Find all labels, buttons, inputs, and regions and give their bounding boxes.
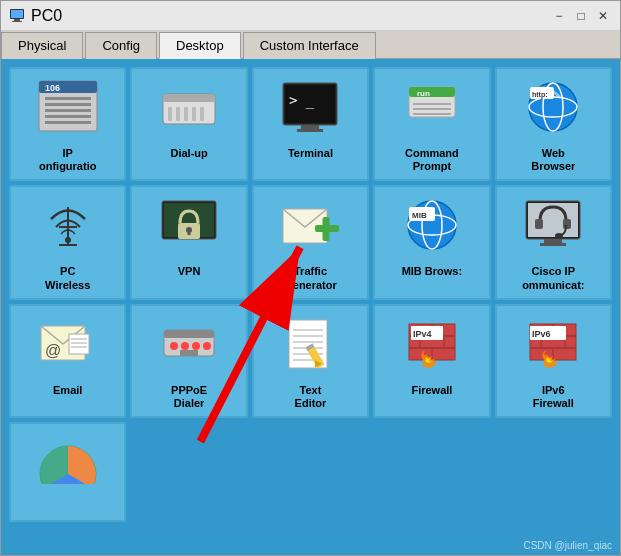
tab-desktop[interactable]: Desktop [159, 32, 241, 59]
vpn-label: VPN [178, 265, 201, 278]
icon-terminal[interactable]: > _ Terminal [252, 67, 369, 181]
pc-wireless-label: PCWireless [45, 265, 90, 291]
pppoe-icon [157, 314, 221, 378]
tab-physical[interactable]: Physical [1, 32, 83, 59]
partial1-icon [36, 432, 100, 496]
title-bar-left: PC0 [9, 7, 62, 25]
icon-dialup[interactable]: Dial-up [130, 67, 247, 181]
svg-rect-43 [188, 230, 191, 235]
svg-rect-22 [301, 125, 319, 129]
svg-rect-13 [163, 94, 215, 102]
svg-rect-57 [544, 239, 562, 243]
text-editor-icon [278, 314, 342, 378]
email-label: Email [53, 384, 82, 397]
cisco-ip-comm-label: Cisco IPommunicat: [522, 265, 584, 291]
ipv6-firewall-label: IPv6Firewall [533, 384, 574, 410]
icon-email[interactable]: @ Email [9, 304, 126, 418]
icon-cisco-ip-comm[interactable]: Cisco IPommunicat: [495, 185, 612, 299]
svg-rect-66 [164, 330, 214, 338]
icon-ip-config[interactable]: 106 IPonfiguratio [9, 67, 126, 181]
pppoe-label: PPPoEDialer [171, 384, 207, 410]
svg-rect-16 [184, 107, 188, 121]
svg-rect-71 [180, 350, 198, 356]
svg-rect-23 [297, 129, 323, 132]
icon-ipv6-firewall[interactable]: IPv6 IPv6Firewall [495, 304, 612, 418]
icon-web-browser[interactable]: http: WebBrowser [495, 67, 612, 181]
svg-rect-14 [168, 107, 172, 121]
svg-text:http:: http: [532, 91, 548, 99]
window-icon [9, 8, 25, 24]
ip-config-icon: 106 [36, 77, 100, 141]
svg-text:IPv6: IPv6 [532, 329, 551, 339]
desktop-content: 106 IPonfiguratio [1, 59, 620, 555]
command-prompt-icon: run [400, 77, 464, 141]
svg-text:106: 106 [45, 83, 60, 93]
firewall-label: Firewall [411, 384, 452, 397]
window-title: PC0 [31, 7, 62, 25]
svg-rect-55 [563, 219, 571, 229]
svg-text:run: run [417, 89, 430, 98]
minimize-button[interactable]: − [550, 7, 568, 25]
svg-rect-2 [14, 19, 20, 21]
svg-rect-9 [45, 109, 91, 112]
svg-rect-11 [45, 121, 91, 124]
icon-pppoe[interactable]: PPPoEDialer [130, 304, 247, 418]
close-button[interactable]: ✕ [594, 7, 612, 25]
icon-firewall[interactable]: IPv4 Firewall [373, 304, 490, 418]
tab-custom-interface[interactable]: Custom Interface [243, 32, 376, 59]
icon-pc-wireless[interactable]: PCWireless [9, 185, 126, 299]
svg-text:@: @ [45, 342, 61, 359]
window: PC0 − □ ✕ Physical Config Desktop Custom… [0, 0, 621, 556]
svg-point-38 [65, 237, 71, 243]
dialup-label: Dial-up [170, 147, 207, 160]
svg-point-56 [555, 233, 563, 239]
svg-rect-10 [45, 115, 91, 118]
svg-rect-46 [323, 217, 330, 241]
dialup-icon [157, 77, 221, 141]
svg-rect-18 [200, 107, 204, 121]
icon-vpn[interactable]: VPN [130, 185, 247, 299]
svg-text:> _: > _ [289, 92, 315, 109]
pc-wireless-icon [36, 195, 100, 259]
svg-rect-54 [535, 219, 543, 229]
icon-command-prompt[interactable]: run CommandPrompt [373, 67, 490, 181]
svg-rect-1 [11, 10, 23, 18]
firewall-icon: IPv4 [400, 314, 464, 378]
svg-point-68 [181, 342, 189, 350]
svg-rect-61 [69, 334, 89, 354]
svg-point-69 [192, 342, 200, 350]
web-browser-icon: http: [521, 77, 585, 141]
svg-rect-58 [540, 243, 566, 246]
command-prompt-label: CommandPrompt [405, 147, 459, 173]
tab-bar: Physical Config Desktop Custom Interface [1, 31, 620, 59]
icon-text-editor[interactable]: TextEditor [252, 304, 369, 418]
svg-rect-7 [45, 97, 91, 100]
svg-point-67 [170, 342, 178, 350]
email-icon: @ [36, 314, 100, 378]
watermark: CSDN @julien_qiac [523, 540, 612, 551]
ip-config-label: IPonfiguratio [39, 147, 96, 173]
ipv6-firewall-icon: IPv6 [521, 314, 585, 378]
text-editor-label: TextEditor [295, 384, 327, 410]
title-bar-controls: − □ ✕ [550, 7, 612, 25]
svg-rect-17 [192, 107, 196, 121]
svg-rect-3 [12, 21, 22, 22]
mib-browser-icon: MIB [400, 195, 464, 259]
vpn-icon [157, 195, 221, 259]
web-browser-label: WebBrowser [531, 147, 575, 173]
svg-point-70 [203, 342, 211, 350]
svg-text:MIB: MIB [412, 211, 427, 220]
svg-rect-25 [409, 87, 455, 97]
title-bar: PC0 − □ ✕ [1, 1, 620, 31]
icon-mib-browser[interactable]: MIB MIB Brows: [373, 185, 490, 299]
svg-rect-8 [45, 103, 91, 106]
maximize-button[interactable]: □ [572, 7, 590, 25]
cisco-ip-comm-icon [521, 195, 585, 259]
icon-traffic-gen[interactable]: TrafficGenerator [252, 185, 369, 299]
tab-config[interactable]: Config [85, 32, 157, 59]
svg-text:IPv4: IPv4 [413, 329, 432, 339]
icon-partial1[interactable] [9, 422, 126, 522]
terminal-label: Terminal [288, 147, 333, 160]
terminal-icon: > _ [278, 77, 342, 141]
traffic-gen-icon [278, 195, 342, 259]
